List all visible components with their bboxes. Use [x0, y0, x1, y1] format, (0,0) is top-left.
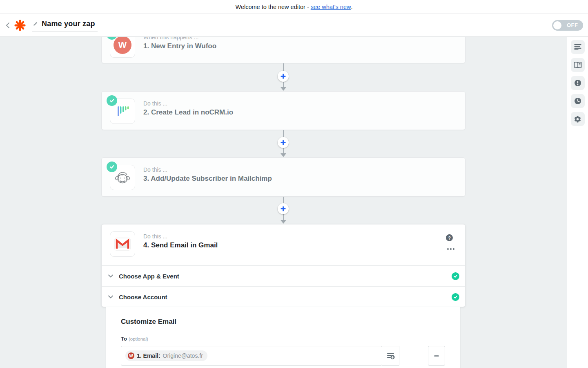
notes-icon — [574, 44, 581, 50]
step-card-1[interactable]: W When this happens ... 1. New Entry in … — [101, 37, 466, 63]
step-prompt: Do this ... — [143, 233, 218, 240]
wufoo-token-badge: W — [128, 352, 134, 359]
alert-icon — [574, 79, 581, 87]
chevron-down-icon — [107, 273, 114, 279]
banner-period: . — [351, 4, 352, 10]
check-icon — [109, 98, 115, 103]
to-field-label: To(optional) — [121, 336, 445, 342]
arrow-down-icon — [281, 153, 286, 157]
section-label: Choose Account — [119, 294, 167, 301]
step-prompt: Do this ... — [143, 100, 233, 107]
zapier-asterisk-icon — [14, 19, 26, 31]
pencil-icon — [33, 21, 38, 27]
gmail-icon — [114, 238, 131, 251]
remove-field-button[interactable] — [428, 346, 445, 366]
clock-icon — [574, 97, 581, 105]
step-prompt: Do this ... — [143, 166, 272, 173]
step-title: 3. Add/Update Subscriber in Mailchimp — [143, 175, 272, 183]
check-icon — [109, 37, 115, 37]
add-step-button-3[interactable] — [278, 203, 289, 214]
back-button[interactable] — [2, 18, 13, 33]
insert-fields-button[interactable] — [382, 346, 399, 366]
add-step-button-1[interactable] — [278, 71, 289, 82]
step-card-3[interactable]: Do this ... 3. Add/Update Subscriber in … — [101, 157, 466, 197]
customize-email-panel: Customize Email To(optional) W 1. Email:… — [106, 307, 460, 368]
step-prompt: When this happens ... — [143, 37, 216, 40]
section-complete-icon — [452, 272, 459, 280]
right-tool-rail — [567, 37, 588, 368]
toggle-knob — [553, 21, 561, 29]
token-value: Origine@atos.fr — [163, 352, 203, 359]
wufoo-letter: W — [118, 40, 127, 50]
step-card-4[interactable]: Do this ... 4. Send Email in Gmail ? Cho… — [101, 224, 466, 307]
zapier-logo[interactable] — [14, 19, 26, 31]
nocrm-icon — [116, 104, 129, 118]
arrow-down-icon — [281, 87, 286, 91]
add-step-button-2[interactable] — [278, 137, 289, 148]
check-icon — [109, 164, 115, 170]
zap-canvas: W When this happens ... 1. New Entry in … — [0, 37, 588, 368]
rail-settings-button[interactable] — [571, 112, 585, 126]
zap-on-off-toggle[interactable]: OFF — [552, 20, 583, 31]
rail-guide-button[interactable] — [571, 58, 585, 72]
section-choose-account[interactable]: Choose Account — [102, 286, 465, 307]
mailchimp-icon — [114, 169, 131, 186]
to-input[interactable]: W 1. Email: Origine@atos.fr — [121, 346, 382, 366]
plus-icon — [280, 206, 286, 212]
app-icon-box — [110, 165, 135, 190]
step-complete-badge — [107, 162, 117, 172]
arrow-down-icon — [281, 220, 286, 224]
step-card-2[interactable]: Do this ... 2. Create Lead in noCRM.io — [101, 91, 466, 130]
app-icon-box — [110, 231, 135, 257]
optional-label: (optional) — [129, 337, 148, 341]
section-label: Choose App & Event — [119, 273, 179, 280]
chevron-down-icon — [107, 294, 114, 300]
plus-icon — [280, 73, 286, 79]
insert-fields-icon — [387, 352, 395, 359]
zap-name-editor[interactable]: Name your zap — [32, 19, 98, 31]
toggle-state-label: OFF — [567, 22, 578, 28]
banner-message: Welcome to the new editor - — [235, 4, 309, 10]
rail-alerts-button[interactable] — [571, 76, 585, 90]
app-icon-box — [110, 99, 135, 124]
open-book-icon — [574, 62, 582, 68]
step-title: 4. Send Email in Gmail — [143, 241, 218, 249]
zap-title[interactable]: Name your zap — [42, 20, 95, 28]
chevron-left-icon — [5, 22, 10, 29]
section-complete-icon — [452, 293, 459, 301]
rail-notes-button[interactable] — [571, 40, 585, 54]
rail-history-button[interactable] — [571, 94, 585, 108]
mapped-field-token[interactable]: W 1. Email: Origine@atos.fr — [125, 350, 207, 361]
zapier-editor: Welcome to the new editor - see what's n… — [0, 0, 588, 368]
editor-header: Name your zap OFF — [0, 14, 588, 37]
step-title: 1. New Entry in Wufoo — [143, 42, 216, 50]
step-menu-button[interactable] — [447, 248, 454, 250]
section-choose-app-event[interactable]: Choose App & Event — [102, 265, 465, 286]
help-icon[interactable]: ? — [446, 234, 453, 241]
plus-icon — [280, 139, 286, 146]
form-heading: Customize Email — [121, 307, 445, 326]
see-whats-new-link[interactable]: see what's new — [311, 4, 351, 10]
step-complete-badge — [107, 95, 117, 106]
minus-icon — [434, 355, 439, 357]
gear-icon — [574, 115, 581, 123]
app-icon-box: W — [110, 37, 135, 58]
to-label: To — [121, 336, 127, 342]
wufoo-icon: W — [114, 37, 131, 54]
token-field-ref: 1. Email: — [137, 352, 160, 359]
new-editor-banner: Welcome to the new editor - see what's n… — [0, 0, 588, 14]
step-title: 2. Create Lead in noCRM.io — [143, 108, 233, 117]
